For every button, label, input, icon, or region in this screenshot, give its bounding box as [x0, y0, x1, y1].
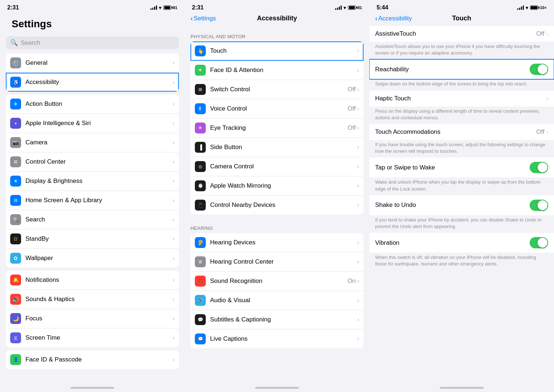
row-reachability-main: Reachability: [375, 64, 548, 75]
label-action: Action Button: [25, 100, 173, 108]
search-placeholder: Search: [21, 39, 40, 47]
back-button-3[interactable]: ‹ Accessibility: [375, 14, 412, 23]
icon-standby: ⊡: [10, 233, 21, 244]
chevron-sound-recognition: ›: [357, 278, 359, 284]
section-header-hearing: HEARING: [185, 217, 369, 233]
list-item-search[interactable]: 🔍 Search ›: [6, 210, 179, 229]
icon-sound-recognition: 🎵: [195, 276, 206, 287]
list-item-camera-control[interactable]: ◎ Camera Control ›: [190, 157, 364, 176]
list-item-hearing-cc[interactable]: ⊞ Hearing Control Center ›: [190, 252, 364, 272]
chevron-standby: ›: [173, 236, 174, 242]
label-homescreen: Home Screen & App Library: [25, 197, 173, 204]
list-item-focus[interactable]: 🌙 Focus ›: [6, 309, 179, 328]
toggle-vibration[interactable]: [530, 237, 548, 248]
list-item-accessibility[interactable]: ♿ Accessibility ›: [6, 73, 179, 92]
row-tapswipe[interactable]: Tap or Swipe to Wake: [369, 157, 554, 177]
icon-general: ⚙️: [10, 57, 21, 68]
home-indicator-2: [185, 383, 369, 392]
row-vibration[interactable]: Vibration: [369, 233, 554, 253]
list-item-general[interactable]: ⚙️ General ›: [6, 53, 179, 73]
icon-wallpaper: ✿: [10, 253, 21, 264]
desc-assistivetouch: AssistiveTouch allows you to use your iP…: [369, 42, 554, 59]
row-haptictouch[interactable]: Haptic Touch ›: [369, 91, 554, 107]
list-item-touch[interactable]: 👆 Touch ›: [190, 41, 364, 61]
touchaccomm-section: Touch Accommodations Off ›: [369, 124, 554, 140]
chevron-assistivetouch: ›: [546, 31, 548, 37]
battery-level-3: 10+: [540, 5, 547, 10]
row-touchaccomm[interactable]: Touch Accommodations Off ›: [369, 124, 554, 140]
icon-homescreen: ⊟: [10, 195, 21, 206]
list-item-standby[interactable]: ⊡ StandBy ›: [6, 229, 179, 249]
icon-faceid: 👤: [10, 354, 21, 365]
value-touchaccomm: Off: [536, 128, 544, 136]
desc-tapswipe: Wake and unlock iPhone when you tap the …: [369, 177, 554, 195]
row-shakeundo[interactable]: Shake to Undo: [369, 195, 554, 215]
toggle-shakeundo[interactable]: [530, 200, 548, 211]
icon-voice-control: 🎙: [195, 103, 206, 114]
icon-accessibility: ♿: [10, 77, 21, 88]
list-item-eye-tracking[interactable]: 👁 Eye Tracking Off ›: [190, 119, 364, 138]
list-item-hearing-devices[interactable]: 🦻 Hearing Devices ›: [190, 233, 364, 252]
list-item-sound-recognition[interactable]: 🎵 Sound Recognition On ›: [190, 272, 364, 291]
label-live-captions: Live Captions: [210, 335, 357, 343]
list-item-screentime[interactable]: ⧖ Screen Time ›: [6, 328, 179, 347]
home-indicator-1: [0, 383, 185, 392]
row-reachability[interactable]: Reachability: [369, 59, 554, 79]
label-subtitles: Subtitles & Captioning: [210, 316, 357, 323]
back-chevron-2: ‹: [190, 14, 193, 23]
label-standby: StandBy: [25, 235, 173, 243]
list-item-audio-visual[interactable]: 🔊 Audio & Visual ›: [190, 291, 364, 310]
list-item-camera[interactable]: 📷 Camera ›: [6, 133, 179, 152]
icon-focus: 🌙: [10, 313, 21, 324]
battery-icon-2: [348, 5, 356, 10]
chevron-live-captions: ›: [357, 336, 359, 342]
toggle-reachability[interactable]: [530, 64, 548, 75]
list-item-faceid2[interactable]: 👁 Face ID & Attention ›: [190, 61, 364, 80]
list-item-watch-mirroring[interactable]: ⌚ Apple Watch Mirroring ›: [190, 176, 364, 196]
wifi-icon-1: ▾: [159, 5, 161, 11]
time-2: 2:31: [192, 4, 204, 11]
list-item-faceid[interactable]: 👤 Face ID & Passcode ›: [6, 350, 179, 369]
chevron-side-button: ›: [357, 144, 359, 151]
status-bar-1: 2:31 ▾ 81: [0, 0, 185, 13]
list-item-control-center[interactable]: ⊞ Control Center ›: [6, 152, 179, 172]
list-item-side-button[interactable]: ▐ Side Button ›: [190, 138, 364, 157]
touch-content: AssistiveTouch Off › AssistiveTouch allo…: [369, 26, 554, 270]
icon-search: 🔍: [10, 214, 21, 225]
row-haptictouch-main: Haptic Touch ›: [375, 95, 548, 102]
row-assistivetouch[interactable]: AssistiveTouch Off ›: [369, 26, 554, 42]
toggle-tapswipe[interactable]: [530, 162, 548, 173]
search-bar[interactable]: 🔍 Search: [6, 36, 179, 49]
status-icons-1: ▾ 81: [150, 5, 177, 11]
list-item-switch-control[interactable]: ⊞ Switch Control Off ›: [190, 80, 364, 99]
list-item-nearby-devices[interactable]: 📱 Control Nearby Devices ›: [190, 196, 364, 215]
accessibility-hearing-group: 🦻 Hearing Devices › ⊞ Hearing Control Ce…: [190, 233, 364, 348]
vibration-section: Vibration: [369, 233, 554, 253]
list-item-subtitles[interactable]: 💬 Subtitles & Captioning ›: [190, 310, 364, 329]
back-button-2[interactable]: ‹ Settings: [190, 14, 216, 23]
list-item-voice-control[interactable]: 🎙 Voice Control Off ›: [190, 99, 364, 119]
label-siri: Apple Intelligence & Siri: [25, 120, 173, 127]
time-1: 2:31: [7, 4, 19, 11]
label-sound-recognition: Sound Recognition: [210, 277, 348, 285]
list-item-wallpaper[interactable]: ✿ Wallpaper ›: [6, 249, 179, 268]
value-sound-recognition: On: [348, 277, 356, 285]
list-item-action[interactable]: ✛ Action Button ›: [6, 95, 179, 114]
list-item-homescreen[interactable]: ⊟ Home Screen & App Library ›: [6, 191, 179, 210]
wifi-icon-3: ▾: [526, 5, 528, 11]
icon-audio-visual: 🔊: [195, 295, 206, 306]
icon-camera: 📷: [10, 137, 21, 148]
label-search: Search: [25, 216, 173, 223]
icon-hearing-devices: 🦻: [195, 237, 206, 248]
list-item-display[interactable]: ☀ Display & Brightness ›: [6, 172, 179, 191]
battery-level-2: 81: [358, 5, 362, 10]
icon-faceid2: 👁: [195, 65, 206, 76]
list-item-sounds[interactable]: 🔊 Sounds & Haptics ›: [6, 290, 179, 309]
list-item-notifications[interactable]: 🔔 Notifications ›: [6, 271, 179, 290]
home-bar-2: [255, 387, 299, 389]
list-item-siri[interactable]: ✦ Apple Intelligence & Siri ›: [6, 114, 179, 133]
label-general: General: [25, 59, 173, 67]
accessibility-physical-group: 👆 Touch › 👁 Face ID & Attention › ⊞ Swit…: [190, 41, 364, 215]
settings-list: ⚙️ General › ♿ Accessibility › ✛ Action …: [0, 53, 185, 383]
list-item-live-captions[interactable]: 💬 Live Captions ›: [190, 329, 364, 348]
